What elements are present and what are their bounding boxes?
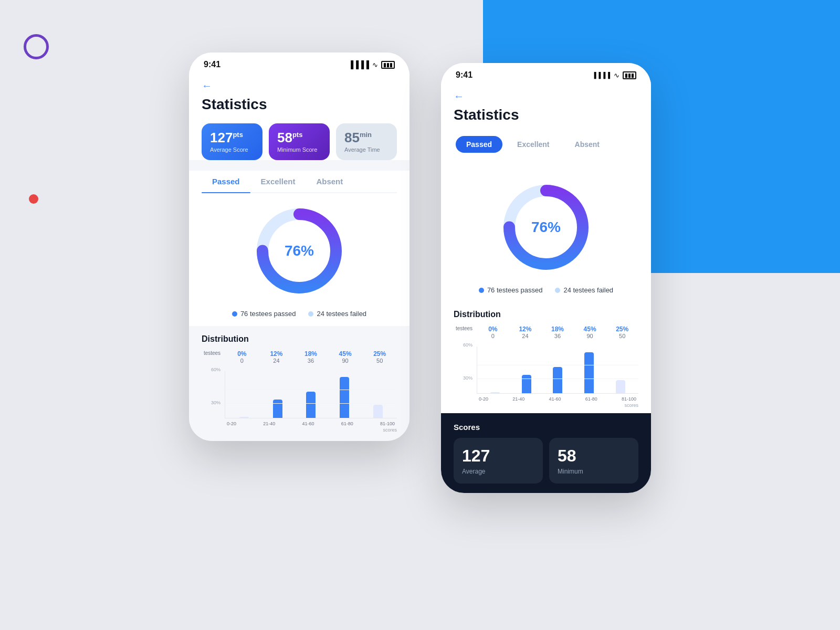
dist-bar-wrap-3-left [328, 371, 361, 418]
status-bar-left: 9:41 ▐▐▐▐ ∿ ▮▮▮ [189, 52, 410, 74]
header-section-right: ← Statistics [441, 84, 651, 123]
stat-card-time: 85min Average Time [336, 123, 397, 160]
dist-col-headers-right: 0% 0 12% 24 18% 36 [477, 326, 638, 339]
stat-label-average: Average Score [210, 146, 254, 153]
score-label-2-left: 41-60 [302, 421, 314, 426]
dist-bar-4-right [616, 380, 625, 393]
dist-pct-0-right: 0% [477, 326, 509, 333]
donut-container-left: 76% [189, 193, 410, 303]
dist-y-label-right: testees [454, 326, 475, 339]
tab-excellent-left[interactable]: Excellent [250, 171, 306, 192]
dist-bar-wrap-2-left [295, 371, 328, 418]
dist-bar-wrap-0-left [227, 371, 261, 418]
dist-bar-0-left [239, 417, 249, 418]
legend-label-failed-right: 24 testees failed [563, 286, 613, 294]
status-icons-right: ▐▐▐▐ ∿ ▮▮▮ [592, 71, 636, 79]
stat-card-average: 127pts Average Score [202, 123, 262, 160]
tab-passed-left[interactable]: Passed [202, 171, 250, 192]
dist-bar-0-right [490, 392, 500, 393]
legend-failed-left: 24 testees failed [308, 310, 366, 318]
dist-bar-1-right [522, 375, 531, 393]
dist-bar-3-right [584, 352, 594, 393]
phones-wrapper: 9:41 ▐▐▐▐ ∿ ▮▮▮ ← Statistics 127pts [0, 0, 840, 630]
scores-cards-right: 127 Average 58 Minimum [454, 438, 638, 484]
tab-absent-left[interactable]: Absent [306, 171, 353, 192]
score-num-average: 127 [462, 446, 534, 466]
donut-center-text-right: 76% [531, 219, 561, 236]
dist-bar-wrap-1-left [261, 371, 295, 418]
legend-label-failed-left: 24 testees failed [317, 310, 366, 318]
score-label-3-left: 61-80 [341, 421, 353, 426]
dist-col-4-right: 25% 50 [606, 326, 638, 339]
y-label-60-left: 60% [211, 367, 220, 372]
dist-pct-3-left: 45% [328, 350, 363, 358]
dist-y-label-left: testees [202, 350, 223, 364]
dist-pct-2-right: 18% [541, 326, 574, 333]
dist-pct-0-left: 0% [225, 350, 259, 358]
gridline-60-right [477, 365, 638, 365]
dist-bar-1-left [273, 400, 282, 418]
dist-pct-1-right: 12% [509, 326, 542, 333]
scores-section-right: Scores 127 Average 58 Minimum [441, 413, 651, 493]
phone-right-inner: 9:41 ▐▐▐▐ ∿ ▮▮▮ ← Statistics Passed Exce… [441, 63, 651, 493]
dist-val-0-right: 0 [477, 333, 509, 339]
back-button-left[interactable]: ← [202, 76, 397, 96]
dist-pct-2-left: 18% [293, 350, 328, 358]
dist-bars-left [225, 371, 397, 418]
tab-pill-excellent-right[interactable]: Excellent [507, 136, 560, 153]
dist-x-label-right: scores [477, 403, 638, 408]
distribution-title-right: Distribution [454, 310, 638, 319]
tabs-pill-right: Passed Excellent Absent [454, 134, 638, 155]
score-label-0-right: 0-20 [479, 396, 488, 402]
wifi-icon: ∿ [372, 61, 378, 69]
dist-y-axis-left: 60% 30% [202, 367, 223, 433]
dist-y-axis-right: 60% 30% [454, 342, 475, 408]
dist-pct-1-left: 12% [259, 350, 294, 358]
dist-val-0-left: 0 [225, 358, 259, 364]
stat-label-time: Average Time [344, 146, 388, 153]
dist-val-3-right: 90 [574, 333, 606, 339]
score-label-4-left: 81-100 [380, 421, 395, 426]
dist-col-2-right: 18% 36 [541, 326, 574, 339]
status-time-right: 9:41 [456, 70, 472, 80]
signal-icon: ▐▐▐▐ [348, 60, 369, 69]
phone-left: 9:41 ▐▐▐▐ ∿ ▮▮▮ ← Statistics 127pts [189, 52, 410, 441]
tab-pill-passed-right[interactable]: Passed [456, 136, 502, 153]
dist-bar-2-right [553, 367, 562, 393]
gridline-30-left [225, 403, 397, 404]
phone-right: 9:41 ▐▐▐▐ ∿ ▮▮▮ ← Statistics Passed Exce… [441, 63, 651, 493]
dist-bar-area-left: 60% 30% [202, 367, 397, 433]
tabs-pill-section-right: Passed Excellent Absent [441, 134, 651, 170]
dist-col-1-right: 12% 24 [509, 326, 542, 339]
dist-x-label-left: scores [225, 427, 397, 433]
dist-col-1-left: 12% 24 [259, 350, 294, 364]
legend-label-passed-right: 76 testees passed [487, 286, 543, 294]
score-label-minimum: Minimum [558, 468, 630, 475]
tab-pill-absent-right[interactable]: Absent [564, 136, 610, 153]
dist-header-left: testees 0% 0 12% 24 18% [202, 350, 397, 364]
stat-value-time: 85min [344, 131, 388, 144]
donut-chart-right: 76% [499, 180, 593, 275]
dist-val-4-right: 50 [606, 333, 638, 339]
phone-left-inner: 9:41 ▐▐▐▐ ∿ ▮▮▮ ← Statistics 127pts [189, 52, 410, 441]
dist-val-3-left: 90 [328, 358, 363, 364]
dist-pct-3-right: 45% [574, 326, 606, 333]
signal-icon-right: ▐▐▐▐ [592, 72, 611, 78]
legend-failed-right: 24 testees failed [555, 286, 613, 294]
dist-bar-wrap-4-left [361, 371, 395, 418]
dist-header-right: testees 0% 0 12% 24 18% [454, 326, 638, 339]
dist-bar-wrap-3-right [573, 346, 605, 393]
status-time-left: 9:41 [204, 60, 220, 69]
legend-passed-left: 76 testees passed [232, 310, 296, 318]
donut-container-right: 76% [441, 170, 651, 280]
stat-card-minimum: 58pts Minimum Score [269, 123, 330, 160]
dist-bar-area-right: 60% 30% [454, 342, 638, 408]
stat-value-average: 127pts [210, 131, 254, 144]
dist-bar-wrap-4-right [605, 346, 636, 393]
scores-title-right: Scores [454, 423, 638, 432]
y-label-60-right: 60% [463, 342, 472, 348]
back-button-right[interactable]: ← [454, 86, 638, 107]
score-label-1-right: 21-40 [512, 396, 524, 402]
y-label-30-left: 30% [211, 400, 220, 405]
dist-score-labels-right: 0-20 21-40 41-60 61-80 81-100 [477, 395, 638, 402]
